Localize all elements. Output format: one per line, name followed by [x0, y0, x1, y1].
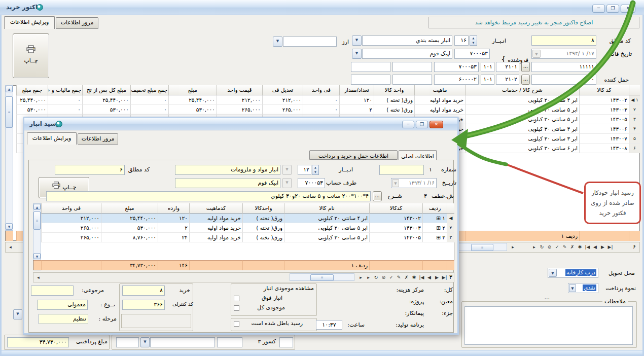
carrier-extra-field-1[interactable]: [392, 75, 432, 85]
column-header[interactable]: وارده: [158, 203, 189, 213]
delivery-place-combo[interactable]: ▼ درب کارخانه: [548, 268, 598, 278]
seller-name-field[interactable]: اپیک فوم: [362, 49, 452, 59]
navigator-button-icon[interactable]: ⊘: [380, 273, 387, 282]
navigator-button-icon[interactable]: ✎: [561, 242, 568, 252]
column-header[interactable]: [447, 203, 454, 213]
navigator-button-icon[interactable]: ✓: [387, 273, 395, 282]
notes-textarea[interactable]: [464, 306, 633, 345]
payment-method-combo[interactable]: ▼ نقدي: [568, 283, 598, 293]
navigator-button-icon[interactable]: ✓: [553, 242, 561, 252]
seller-extra-field-1[interactable]: [392, 62, 432, 72]
seller-acc-a-field[interactable]: ۲۱۰۱: [496, 62, 519, 72]
seller-code-field[interactable]: ۷۰۰۰۵۳: [454, 49, 490, 59]
receipt-account-code-field[interactable]: ۷۰۰۰۵۳: [298, 178, 325, 188]
time-field[interactable]: ۱۰:۳۷: [316, 320, 342, 330]
receipt-warehouse-number-field[interactable]: ۱۲: [298, 165, 311, 175]
receipt-tab-edit[interactable]: ویرایش اطلاعات: [27, 132, 77, 145]
navigator-button-icon[interactable]: ✱: [576, 242, 584, 252]
seller-account-browse-button[interactable]: ...: [521, 62, 530, 72]
scroll-down-icon[interactable]: ▼: [6, 223, 13, 230]
navigator-button-icon[interactable]: ↻: [372, 273, 380, 282]
navigator-button-icon[interactable]: ▶: [433, 273, 441, 282]
receipt-hscrollbar[interactable]: ≡: [290, 273, 354, 281]
table-row[interactable]: ۲۲ ⊞۱۴۳۰۰۳ابر ۵ سانتی ۲۰ کیلوییورق( تخته…: [41, 223, 454, 233]
receipt-abs-code-field[interactable]: ۶: [55, 165, 125, 175]
receipt-warehouse-spinner[interactable]: ▲▼: [312, 165, 319, 175]
navigator-button-icon[interactable]: ✗: [403, 273, 410, 282]
receipt-desc-field[interactable]: ۴*۱۰۰*۲۰۰ سانت و ۵ سانت ۲۰و۳۰ کیلوي: [46, 191, 371, 201]
voided-checkbox[interactable]: [234, 321, 239, 327]
receipt-scroll-down-icon[interactable]: ▼: [33, 253, 41, 259]
column-header[interactable]: واحد کالا: [374, 85, 414, 95]
stage-field[interactable]: تنظیم: [39, 314, 88, 324]
table-row[interactable]: ۱ ◀۱۴۳۰۰۲ابر ۴ سانتی ۲۰ کیلوییخرید مواد …: [13, 95, 640, 105]
receipt-hscroll-left-icon[interactable]: ◂: [34, 273, 42, 282]
currency-dropdown-icon[interactable]: ▼: [273, 37, 282, 47]
carrier-extra-field-2[interactable]: [351, 75, 390, 85]
close-button[interactable]: ✕: [621, 5, 635, 13]
column-header[interactable]: فی واحد: [41, 203, 101, 213]
scroll-up-icon[interactable]: ▲: [6, 86, 13, 92]
column-header[interactable]: تعدیل فی: [262, 85, 303, 95]
minimize-button[interactable]: ─: [592, 5, 605, 13]
column-header[interactable]: شرح کالا / خدمات: [465, 85, 579, 95]
column-header[interactable]: قیمت واحد: [217, 85, 262, 95]
delivery-dropdown-icon[interactable]: ▼: [549, 269, 557, 277]
carrier-acc-a-field[interactable]: ۲۱۰۲: [496, 75, 519, 85]
vscroll-thumb[interactable]: ≡: [6, 96, 13, 128]
carrier-acc-b-field[interactable]: ۱۰۱: [481, 75, 494, 85]
navigator-button-icon[interactable]: ◀: [591, 242, 599, 252]
receipt-minimize-button[interactable]: ─: [402, 121, 414, 128]
seller-ref-field[interactable]: ۱۱۱۱۱: [531, 62, 596, 72]
table-row[interactable]: ۳۳ ⊞۱۴۳۰۰۵ابر ۵ سانتی ۳۰ کیلوییورق( تخته…: [41, 233, 454, 242]
receipt-maximize-button[interactable]: ❐: [416, 121, 428, 128]
carrier-acc-code-field[interactable]: ۶۰۰۰۰۲: [434, 75, 479, 85]
column-header[interactable]: [629, 85, 640, 95]
receipt-close-button[interactable]: ✕: [430, 121, 443, 128]
navigator-button-icon[interactable]: ⊘: [546, 242, 553, 252]
column-header[interactable]: جمع مالیات و عوار: [48, 85, 82, 95]
hidden-combo-dropdown-icon[interactable]: ▼: [13, 309, 22, 319]
receipt-account-name-field[interactable]: اپیک فوم: [175, 178, 280, 188]
navigator-button-icon[interactable]: ✱: [410, 273, 418, 282]
navigator-button-icon[interactable]: |◀: [418, 273, 425, 282]
deduction-field-3[interactable]: [279, 337, 293, 347]
navigator-button-icon[interactable]: ◀: [425, 273, 433, 282]
total-stock-checkbox[interactable]: [234, 305, 239, 311]
column-header[interactable]: مبلغ: [101, 203, 158, 213]
maximize-button[interactable]: ❐: [606, 5, 619, 13]
returned-field[interactable]: [31, 286, 74, 296]
hscroll-left-icon[interactable]: ◂: [7, 242, 14, 252]
invoice-date-field[interactable]: ▼ ۱۳۹۳/ ۱ /۱۷: [531, 49, 596, 59]
receipt-number-field[interactable]: [379, 165, 424, 175]
navigator-button-icon[interactable]: |◀: [584, 242, 591, 252]
purchase-field[interactable]: ۸: [122, 286, 165, 296]
control-code-field[interactable]: ۳۶۶: [122, 300, 165, 310]
warehouse-name-field[interactable]: انبار بسته بندي: [362, 35, 452, 46]
receipt-warehouse-name-field[interactable]: انبار مواد و ملزومات: [175, 165, 280, 175]
column-header[interactable]: واحدکالا: [242, 203, 284, 213]
hscroll-right-icon[interactable]: ▸: [509, 242, 517, 252]
navigator-button-icon[interactable]: ▸: [530, 242, 538, 252]
navigator-button-icon[interactable]: ▶|: [606, 242, 614, 252]
carrier-account-browse-button[interactable]: ...: [521, 75, 530, 85]
receipt-pagetab-main[interactable]: اطلاعات اصلی: [399, 150, 437, 160]
column-header[interactable]: نام کالا: [284, 203, 369, 213]
column-header[interactable]: ماهیت: [414, 85, 465, 95]
deduction-field-2[interactable]: [217, 337, 242, 347]
seller-acc-b-field[interactable]: ۱۰۱: [481, 62, 494, 72]
navigator-button-icon[interactable]: ↻: [538, 242, 546, 252]
column-header[interactable]: مبلغ: [168, 85, 217, 95]
receipt-pagetab-shipping[interactable]: اطلاعات حمل و خرید و پرداخت: [309, 150, 398, 160]
navigator-button-icon[interactable]: ✗: [568, 242, 576, 252]
deduction-dropdown-icon[interactable]: ▼: [140, 337, 150, 347]
seller-dropdown-icon[interactable]: ▼: [352, 49, 362, 59]
column-header[interactable]: ردیف: [422, 203, 447, 213]
receipt-hscroll-right-icon[interactable]: ▸: [357, 273, 365, 282]
tab-review-info[interactable]: مرور اطلاعات: [56, 17, 98, 29]
column-header[interactable]: کد کالا: [579, 85, 629, 95]
column-header[interactable]: مبلغ کل پس از تخ: [82, 85, 130, 95]
column-header[interactable]: جمع مبلغ: [16, 85, 48, 95]
deduction-combo-field[interactable]: [150, 337, 215, 347]
type-field[interactable]: معمولی: [37, 300, 88, 310]
